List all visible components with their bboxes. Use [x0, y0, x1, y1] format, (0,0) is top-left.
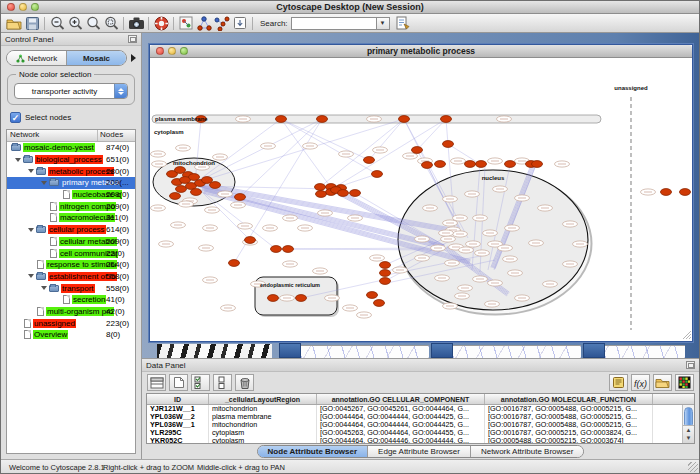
edge[interactable] [195, 119, 281, 183]
background-window-edge[interactable] [431, 343, 453, 358]
edge[interactable] [369, 119, 404, 160]
zoom-out-icon[interactable] [48, 15, 66, 32]
tree-row[interactable]: primary metabol209(... [7, 177, 135, 189]
selected-node[interactable] [441, 116, 452, 123]
selected-node[interactable] [374, 300, 385, 307]
expander-icon[interactable] [41, 181, 47, 185]
report-button[interactable] [609, 374, 628, 391]
select-nodes-checkbox[interactable]: ✓ [10, 112, 21, 123]
vizmapper-icon[interactable] [177, 15, 195, 32]
selected-node[interactable] [380, 278, 391, 285]
selected-node[interactable] [380, 262, 391, 269]
selected-node[interactable] [435, 161, 446, 168]
expander-icon[interactable] [28, 274, 34, 278]
tab-network[interactable]: Network [7, 51, 66, 65]
tree-row[interactable]: transport558(0) [7, 282, 135, 294]
delete-attribute-button[interactable] [235, 374, 254, 391]
table-column-header[interactable]: _cellularLayoutRegion [209, 394, 317, 404]
background-window-canvas[interactable] [301, 345, 429, 358]
close-window-button[interactable] [7, 3, 15, 11]
tree-row[interactable]: Overview8(0) [7, 329, 135, 341]
attribute-checklist-button[interactable] [191, 374, 210, 391]
tree-row[interactable]: nucleobase-c209(0) [7, 189, 135, 201]
attribute-unchecked-button[interactable] [213, 374, 232, 391]
float-data-panel-icon[interactable] [686, 361, 695, 369]
table-column-header[interactable]: annotation.GO MOLECULAR_FUNCTION [485, 394, 653, 404]
selected-node[interactable] [661, 189, 672, 196]
selected-node[interactable] [505, 161, 516, 168]
selected-node[interactable] [315, 184, 326, 191]
selected-node[interactable] [176, 186, 187, 193]
selected-node[interactable] [476, 161, 487, 168]
selected-node[interactable] [338, 190, 349, 197]
tab-edge-attribute-browser[interactable]: Edge Attribute Browser [367, 446, 470, 457]
layout-icon[interactable] [195, 15, 213, 32]
tree-row[interactable]: cell communicat22(0) [7, 247, 135, 259]
window-resize-grip[interactable] [688, 462, 698, 472]
open-file-icon[interactable] [5, 15, 23, 32]
selected-node[interactable] [372, 171, 383, 178]
selected-node[interactable] [465, 161, 476, 168]
selected-node[interactable] [316, 191, 327, 198]
expander-icon[interactable] [41, 286, 47, 290]
zoom-in-icon[interactable] [66, 15, 84, 32]
tree-row[interactable]: secretion41(0) [7, 294, 135, 306]
selected-node[interactable] [170, 193, 181, 200]
help-icon[interactable] [152, 15, 170, 32]
table-row[interactable]: YJR121W__1mitochondrion[GO:0045267, GO:0… [147, 405, 694, 413]
table-row[interactable]: YKR052Ccytoplasm[GO:0044464, GO:0044446,… [147, 437, 694, 444]
selected-node[interactable] [380, 270, 391, 277]
tree-row[interactable]: mosaic-demo-yeast874(0) [7, 142, 135, 154]
select-attributes-button[interactable] [147, 374, 166, 391]
canvas-resize-grip[interactable] [683, 331, 691, 339]
attribute-browser-icon[interactable] [394, 15, 412, 32]
create-attribute-button[interactable] [169, 374, 188, 391]
selected-node[interactable] [268, 295, 279, 302]
selected-node[interactable] [296, 295, 307, 302]
selected-node[interactable] [283, 246, 294, 253]
selected-node[interactable] [245, 237, 256, 244]
selected-node[interactable] [422, 162, 433, 169]
tree-row[interactable]: cellular process614(0) [7, 224, 135, 236]
background-window-thumbnail[interactable] [157, 344, 272, 358]
heatmap-button[interactable] [675, 374, 694, 391]
tab-mosaic[interactable]: Mosaic [66, 51, 126, 65]
network-close-button[interactable] [156, 47, 164, 55]
tab-node-attribute-browser[interactable]: Node Attribute Browser [258, 446, 368, 457]
edge[interactable] [281, 119, 377, 174]
network-window-titlebar[interactable]: primary metabolic process [150, 45, 692, 58]
selected-node[interactable] [235, 194, 246, 201]
selected-node[interactable] [412, 147, 423, 154]
expander-icon[interactable] [28, 169, 34, 173]
import-attributes-button[interactable] [653, 374, 672, 391]
snapshot-icon[interactable] [127, 15, 145, 32]
network-zoom-button[interactable] [180, 47, 188, 55]
tree-column-nodes[interactable]: Nodes [98, 130, 135, 141]
save-session-icon[interactable] [23, 15, 41, 32]
network-canvas[interactable]: plasma membrane cytoplasm mitochondrion … [150, 58, 692, 341]
background-window-canvas[interactable] [605, 345, 685, 358]
zoom-fit-icon[interactable] [102, 15, 120, 32]
tree-column-network[interactable]: Network [7, 130, 98, 141]
tree-row[interactable]: nitrogen compo209(0) [7, 200, 135, 212]
search-dropdown-button[interactable]: ▼ [377, 17, 390, 30]
layout-alt-icon[interactable] [213, 15, 231, 32]
selected-node[interactable] [191, 189, 202, 196]
annotation-icon[interactable] [231, 15, 249, 32]
table-scrollbar[interactable]: ▲▼ [682, 405, 694, 443]
network-minimize-button[interactable] [168, 47, 176, 55]
more-tabs-arrow-icon[interactable] [131, 54, 136, 62]
function-builder-button[interactable]: f(x) [631, 374, 650, 391]
tree-row[interactable]: response to stimulu264(0) [7, 259, 135, 271]
selected-node[interactable] [271, 246, 282, 253]
tree-row[interactable]: biological_process651(0) [7, 154, 135, 166]
selected-node[interactable] [532, 161, 543, 168]
zoom-selected-icon[interactable] [84, 15, 102, 32]
zoom-window-button[interactable] [31, 3, 39, 11]
tree-row[interactable]: macromolecule311(0) [7, 212, 135, 224]
selected-node[interactable] [276, 116, 287, 123]
tree-row[interactable]: cellular metabol209(0) [7, 236, 135, 248]
edge[interactable] [281, 119, 369, 160]
table-column-header[interactable]: ID [147, 394, 209, 404]
selected-node[interactable] [364, 157, 375, 164]
